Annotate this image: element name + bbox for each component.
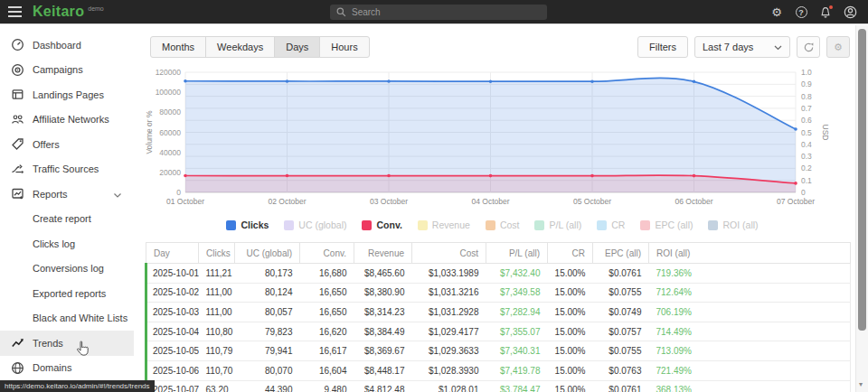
table-cell: 63,20 bbox=[199, 380, 235, 392]
reports-icon bbox=[11, 187, 24, 201]
legend-item[interactable]: Revenue bbox=[418, 219, 470, 230]
help-icon[interactable]: ? bbox=[794, 5, 808, 20]
sidebar-item-dashboard[interactable]: Dashboard bbox=[0, 33, 134, 58]
sidebar-item-black-white-lists[interactable]: Black and White Lists bbox=[0, 306, 134, 331]
chevron-down-icon bbox=[774, 42, 782, 52]
table-cell: 79,941 bbox=[235, 341, 300, 361]
table-cell: 80,070 bbox=[235, 360, 300, 380]
sidebar-item-trends[interactable]: Trends bbox=[0, 331, 134, 356]
scrollbar-down-arrow[interactable]: ▾ bbox=[859, 380, 863, 388]
table-cell: $8,314.23 bbox=[354, 303, 412, 322]
table-cell: $7,355.07 bbox=[486, 322, 548, 341]
column-header[interactable]: Conv. bbox=[300, 243, 354, 264]
table-cell: 15.00% bbox=[548, 360, 593, 380]
chevron-down-icon bbox=[114, 189, 121, 200]
sidebar-item-traffic-sources[interactable]: Traffic Sources bbox=[0, 157, 134, 182]
column-header[interactable]: P/L (all) bbox=[486, 243, 548, 264]
svg-text:0.5: 0.5 bbox=[801, 128, 812, 137]
sidebar-item-clicks-log[interactable]: Clicks log bbox=[0, 231, 134, 257]
legend-item[interactable]: CR bbox=[597, 219, 625, 230]
legend-swatch bbox=[486, 220, 495, 230]
column-header[interactable]: Revenue bbox=[354, 243, 412, 264]
column-header[interactable]: CR bbox=[548, 243, 593, 264]
sidebar-item-affiliate-networks[interactable]: Affiliate Networks bbox=[0, 107, 134, 133]
sidebar-label: Traffic Sources bbox=[33, 163, 99, 174]
table-cell: $8,380.90 bbox=[354, 283, 412, 303]
tab-hours[interactable]: Hours bbox=[319, 36, 369, 58]
table-row: 2025-10-03111,0080,05716,650$8,314.23$1,… bbox=[146, 303, 851, 322]
column-header[interactable]: ROI (all) bbox=[649, 243, 851, 264]
refresh-button[interactable] bbox=[797, 36, 820, 58]
traffic-sources-icon bbox=[11, 163, 24, 176]
sidebar-item-conversions-log[interactable]: Conversions log bbox=[0, 257, 134, 282]
legend-item[interactable]: P/L (all) bbox=[534, 219, 581, 230]
table-cell: 16,650 bbox=[300, 283, 354, 303]
landings-pages-icon bbox=[11, 88, 24, 101]
legend-item[interactable]: Clicks bbox=[226, 219, 269, 230]
svg-text:01 October: 01 October bbox=[166, 197, 204, 206]
legend-item[interactable]: UC (global) bbox=[284, 219, 346, 230]
menu-toggle-icon[interactable] bbox=[0, 0, 27, 24]
svg-text:0.3: 0.3 bbox=[801, 152, 812, 161]
sidebar-label: Landings Pages bbox=[33, 89, 104, 100]
table-cell: $1,031.3216 bbox=[412, 283, 486, 303]
logo-demo-badge: demo bbox=[88, 5, 104, 12]
table-cell: $0.0755 bbox=[593, 341, 649, 361]
app-window: Keitaro demo ⚙ ? Dashboard Campaigns bbox=[0, 0, 868, 392]
svg-text:03 October: 03 October bbox=[370, 197, 408, 206]
legend-label: Revenue bbox=[432, 219, 470, 230]
sidebar-item-offers[interactable]: Offers bbox=[0, 132, 134, 157]
table-cell: $0.0761 bbox=[593, 380, 649, 392]
sidebar-item-landings-pages[interactable]: Landings Pages bbox=[0, 82, 134, 107]
column-header[interactable]: UC (global) bbox=[235, 243, 300, 264]
sidebar-item-exported-reports[interactable]: Exported reports bbox=[0, 281, 134, 306]
topbar: Keitaro demo ⚙ ? bbox=[0, 0, 868, 24]
svg-text:05 October: 05 October bbox=[573, 197, 611, 206]
table-cell: $1,031.2928 bbox=[412, 303, 486, 322]
table-cell: $1,029.3633 bbox=[412, 341, 486, 361]
global-search[interactable] bbox=[330, 5, 547, 20]
topbar-icons: ⚙ ? bbox=[769, 0, 857, 24]
account-icon[interactable] bbox=[843, 5, 857, 20]
sidebar-item-reports[interactable]: Reports bbox=[0, 182, 134, 207]
dashboard-icon bbox=[11, 38, 24, 51]
tab-months[interactable]: Months bbox=[150, 36, 206, 58]
sidebar-item-campaigns[interactable]: Campaigns bbox=[0, 58, 134, 83]
sidebar-label: Exported reports bbox=[33, 288, 106, 299]
date-range-select[interactable]: Last 7 days bbox=[694, 36, 790, 58]
column-header[interactable]: EPC (all) bbox=[593, 243, 649, 264]
legend-item[interactable]: ROI (all) bbox=[708, 219, 758, 230]
svg-text:120000: 120000 bbox=[156, 68, 182, 77]
svg-text:1.0: 1.0 bbox=[801, 68, 812, 77]
notifications-bell-icon[interactable] bbox=[818, 5, 833, 20]
table-cell: 79,823 bbox=[235, 322, 300, 341]
column-header[interactable]: Cost bbox=[412, 243, 486, 264]
legend-label: CR bbox=[611, 219, 625, 230]
legend-item[interactable]: Cost bbox=[486, 219, 520, 230]
settings-icon[interactable]: ⚙ bbox=[769, 5, 784, 20]
svg-text:0.9: 0.9 bbox=[801, 79, 812, 89]
svg-text:80000: 80000 bbox=[159, 107, 181, 117]
sidebar-label: Domains bbox=[33, 362, 71, 373]
svg-text:0.6: 0.6 bbox=[801, 116, 812, 125]
legend-item[interactable]: Conv. bbox=[362, 219, 401, 230]
column-header[interactable]: Day bbox=[146, 243, 199, 264]
table-cell: $8,448.17 bbox=[354, 360, 412, 380]
table-cell: $0.0749 bbox=[593, 303, 649, 322]
chart-settings-button[interactable]: ⚙ bbox=[826, 36, 850, 58]
legend-item[interactable]: EPC (all) bbox=[640, 219, 693, 230]
sidebar-item-domains[interactable]: Domains bbox=[0, 356, 134, 381]
sidebar-item-create-report[interactable]: Create report bbox=[0, 207, 134, 232]
tab-days[interactable]: Days bbox=[274, 36, 320, 58]
table-cell: $0.0763 bbox=[593, 360, 649, 380]
svg-text:02 October: 02 October bbox=[268, 197, 306, 206]
tab-weekdays[interactable]: Weekdays bbox=[205, 36, 275, 58]
app-logo[interactable]: Keitaro bbox=[33, 4, 84, 20]
table-cell: $1,029.4177 bbox=[412, 322, 486, 341]
chart-legend: ClicksUC (global)Conv.RevenueCostP/L (al… bbox=[134, 217, 851, 233]
scrollbar-thumb[interactable] bbox=[858, 29, 866, 331]
filters-button[interactable]: Filters bbox=[637, 36, 688, 58]
refresh-icon bbox=[803, 42, 815, 53]
column-header[interactable]: Clicks bbox=[199, 243, 235, 264]
search-input[interactable] bbox=[352, 7, 541, 17]
